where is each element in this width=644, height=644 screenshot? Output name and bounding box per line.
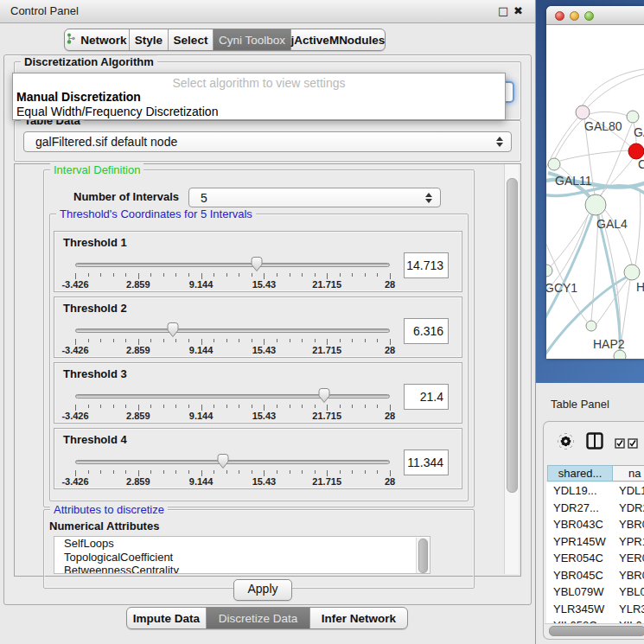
number-of-intervals-label: Number of Intervals — [73, 190, 179, 203]
threshold-value-field[interactable]: 11.344 — [404, 450, 449, 475]
apply-button[interactable]: Apply — [233, 579, 292, 601]
control-panel-window: Control Panel □ ✖ Network Style Select C… — [0, 0, 536, 644]
minimize-traffic-light[interactable] — [570, 11, 579, 21]
table-row[interactable]: YBR043CYBR0 — [546, 516, 644, 533]
table-column-name[interactable]: na — [613, 465, 644, 481]
threshold-slider[interactable] — [75, 453, 390, 470]
attributes-scrollbar[interactable] — [416, 538, 429, 574]
tab-discretize-data[interactable]: Discretize Data — [207, 608, 310, 628]
slider-track[interactable] — [75, 394, 390, 399]
numerical-attributes-label: Numerical Attributes — [49, 520, 159, 532]
dropdown-hint: Select algorithm to view settings — [13, 76, 505, 90]
network-icon — [67, 33, 76, 47]
slider-thumb[interactable] — [250, 256, 264, 272]
threshold-panel: Threshold 4 -3.4262.8599.14415.4321.7152… — [54, 428, 462, 489]
zoom-traffic-light[interactable] — [584, 11, 594, 21]
tab-jactivemnodules[interactable]: jActiveMNodules — [291, 29, 385, 50]
network-node-gal11 — [548, 158, 560, 170]
threshold-slider[interactable] — [75, 387, 390, 405]
threshold-panels-container: Threshold 1 -3.4262.8599.14415.4321.7152… — [54, 231, 462, 487]
threshold-coordinates-title: Threshold's Coordinates for 5 Intervals — [56, 207, 256, 220]
threshold-value-field[interactable]: 6.316 — [404, 318, 449, 344]
table-horizontal-scrollbar[interactable] — [545, 623, 644, 636]
attribute-list-item[interactable]: SelfLoops — [54, 537, 430, 551]
float-window-icon[interactable]: □ — [498, 4, 508, 17]
algorithm-dropdown-popup: Select algorithm to view settings Manual… — [12, 73, 506, 120]
window-title: Control Panel — [10, 4, 79, 17]
label-gcy1: GCY1 — [546, 281, 577, 295]
threshold-slider[interactable] — [75, 322, 390, 339]
attribute-list-item[interactable]: BetweennessCentrality — [54, 564, 430, 574]
table-panel: shared... na YDL19...YDL1YDR27...YDR2YBR… — [543, 421, 644, 640]
gear-icon[interactable] — [557, 432, 575, 454]
threshold-slider[interactable] — [75, 256, 390, 273]
slider-scale-labels: -3.4262.8599.14415.4321.71528 — [75, 476, 390, 487]
attributes-to-discretize-title: Attributes to discretize — [50, 503, 168, 516]
table-row[interactable]: YBL079WYBL0 — [546, 583, 644, 601]
tab-network[interactable]: Network — [65, 29, 130, 50]
tab-cyni-toolbox[interactable]: Cyni Toolbox — [214, 29, 291, 50]
slider-thumb[interactable] — [166, 322, 180, 338]
spinner-arrows-icon — [425, 193, 432, 203]
network-node-gcy1 — [546, 265, 552, 277]
table-header-row: shared... na — [546, 465, 644, 482]
slider-track[interactable] — [75, 328, 390, 333]
slider-thumb[interactable] — [216, 453, 230, 469]
checkbox-icon-1[interactable] — [615, 437, 625, 452]
close-icon[interactable]: ✖ — [513, 4, 523, 17]
table-row[interactable]: YDL19...YDL1 — [546, 482, 644, 500]
slider-scale-labels: -3.4262.8599.14415.4321.71528 — [75, 411, 390, 421]
control-panel-titlebar: Control Panel □ ✖ — [0, 0, 535, 23]
screen: Control Panel □ ✖ Network Style Select C… — [0, 0, 644, 644]
slider-track[interactable] — [75, 460, 390, 464]
table-rows[interactable]: YDL19...YDL1YDR27...YDR2YBR043CYBR0YPR14… — [546, 482, 644, 623]
network-window-titlebar[interactable] — [546, 6, 644, 25]
table-row[interactable]: YPR145WYPR1 — [546, 533, 644, 551]
settings-scrollbar-thumb[interactable] — [507, 178, 518, 493]
dropdown-option-manual-discretization[interactable]: Manual Discretization — [16, 90, 141, 104]
label-hap2: HAP2 — [593, 337, 625, 351]
attributes-scrollbar-thumb[interactable] — [418, 539, 428, 573]
tab-style[interactable]: Style — [130, 29, 169, 50]
control-panel-tabs: Network Style Select Cyni Toolbox jActiv… — [64, 29, 386, 51]
table-panel-title: Table Panel — [551, 398, 609, 411]
dropdown-option-equal-width-frequency[interactable]: Equal Width/Frequency Discretization — [16, 105, 218, 118]
threshold-label: Threshold 4 — [63, 433, 127, 446]
threshold-panel: Threshold 2 -3.4262.8599.14415.4321.7152… — [54, 296, 462, 358]
slider-thumb[interactable] — [317, 387, 331, 404]
network-node-hap2 — [586, 321, 596, 331]
threshold-value-field[interactable]: 21.4 — [404, 384, 449, 410]
split-columns-icon[interactable] — [586, 432, 603, 453]
table-column-shared-name[interactable]: shared... — [547, 465, 613, 481]
tab-select[interactable]: Select — [169, 29, 214, 50]
checkbox-icon-2[interactable] — [628, 437, 638, 452]
network-canvas[interactable]: GAL80 GA C GAL11 GAL4 GCY1 H HAP2 — [546, 24, 644, 359]
table-row[interactable]: YLR345WYLR3 — [546, 601, 644, 618]
table-row[interactable]: YIL052CYIL0 — [546, 617, 644, 623]
label-gal11: GAL11 — [555, 174, 592, 188]
table-row[interactable]: YDR27...YDR2 — [546, 500, 644, 517]
number-of-intervals-value: 5 — [201, 191, 207, 205]
close-traffic-light[interactable] — [555, 11, 564, 21]
numerical-attributes-list[interactable]: SelfLoopsTopologicalCoefficientBetweenne… — [54, 536, 430, 574]
table-row[interactable]: YBR045CYBR0 — [546, 567, 644, 584]
threshold-label: Threshold 3 — [63, 367, 127, 380]
label-ga-partial: GA — [634, 125, 644, 139]
attribute-items: SelfLoopsTopologicalCoefficientBetweenne… — [54, 537, 430, 574]
network-node-gal4 — [585, 194, 606, 215]
slider-track[interactable] — [75, 263, 390, 267]
number-of-intervals-spinner[interactable]: 5 — [188, 188, 441, 207]
attribute-list-item[interactable]: TopologicalCoefficient — [54, 551, 430, 564]
threshold-label: Threshold 1 — [63, 236, 127, 249]
network-nodes[interactable] — [546, 105, 644, 359]
table-row[interactable]: YER054CYER0 — [546, 550, 644, 567]
tab-infer-network[interactable]: Infer Network — [310, 608, 407, 628]
cyni-bottom-tabs: Impute Data Discretize Data Infer Networ… — [126, 607, 408, 629]
discretization-algorithm-title: Discretization Algorithm — [21, 55, 157, 68]
settings-vertical-scrollbar[interactable] — [504, 164, 519, 574]
table-data-combobox[interactable]: galFiltered.sif default node — [23, 131, 512, 152]
threshold-value-field[interactable]: 14.713 — [404, 252, 449, 278]
tab-impute-data[interactable]: Impute Data — [127, 608, 207, 628]
tab-network-label: Network — [80, 34, 126, 47]
table-hscrollbar-thumb[interactable] — [549, 626, 644, 636]
